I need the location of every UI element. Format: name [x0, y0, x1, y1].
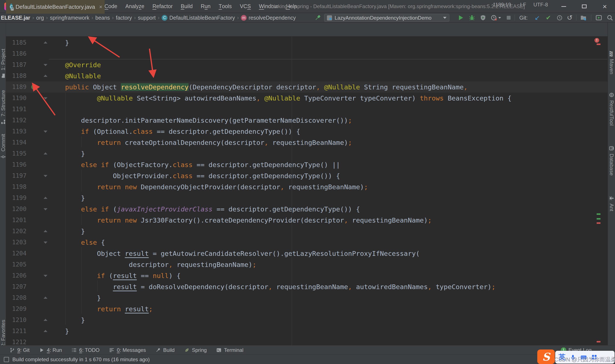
line-number[interactable]: 1186 — [6, 48, 27, 59]
toolwindow-todo-button[interactable]: 6: TODO — [71, 347, 99, 353]
encoding-indicator[interactable]: UTF-8 — [534, 0, 548, 9]
close-window-button[interactable]: × — [597, 0, 613, 13]
breadcrumb-factory[interactable]: factory — [116, 15, 132, 21]
toolwindow-terminal-button[interactable]: Terminal — [216, 347, 243, 353]
line-number[interactable]: 1191 — [6, 104, 27, 115]
run-with-coverage-button[interactable] — [480, 14, 486, 21]
search-everywhere-icon[interactable] — [606, 14, 613, 21]
update-project-icon[interactable]: ↙ — [534, 14, 541, 21]
fold-marker-up-icon[interactable] — [44, 41, 47, 43]
code-line-1206[interactable]: 1206 if (result == null) { — [6, 270, 608, 281]
fold-marker-down-icon[interactable] — [44, 97, 47, 99]
build-hammer-icon[interactable] — [314, 14, 321, 21]
fold-marker-down-icon[interactable] — [44, 208, 47, 210]
stripe-maven[interactable]: mMaven — [609, 51, 615, 74]
code-line-1204[interactable]: 1204 Object result = getAutowireCandidat… — [6, 248, 608, 259]
fold-marker-up-icon[interactable] — [44, 297, 47, 299]
code-line-1203[interactable]: 1203 else { — [6, 237, 608, 248]
stripe-ant[interactable]: Ant — [609, 195, 615, 211]
toolwindow-build-button[interactable]: Build — [155, 347, 174, 353]
error-stripe-mark[interactable] — [597, 341, 601, 342]
rollback-icon[interactable]: ↺ — [566, 14, 573, 21]
line-number[interactable]: 1206 — [6, 270, 27, 281]
code-line-1212[interactable]: 1212 — [6, 337, 608, 345]
fold-marker-down-icon[interactable] — [44, 64, 47, 66]
line-number[interactable]: 1197 — [6, 170, 27, 181]
line-number[interactable]: 1185 — [6, 37, 27, 48]
menu-vcs[interactable]: VCS — [236, 0, 255, 13]
sogou-ime-logo[interactable]: S — [537, 350, 555, 364]
history-clock-icon[interactable] — [556, 14, 563, 21]
code-line-1185[interactable]: 1185 } — [6, 37, 608, 48]
debug-button[interactable] — [468, 14, 475, 21]
line-number[interactable]: 1203 — [6, 237, 27, 248]
toolwindow-messages-button[interactable]: 0: Messages — [109, 347, 146, 353]
menu-build[interactable]: Build — [177, 0, 197, 13]
breadcrumb-resolvedependency[interactable]: mresolveDependency — [241, 15, 296, 21]
line-number[interactable]: 1193 — [6, 126, 27, 137]
fold-marker-up-icon[interactable] — [44, 197, 47, 199]
code-editor[interactable]: 1185 }11861187 @Override1188 @Nullable11… — [6, 36, 608, 345]
line-number[interactable]: 1204 — [6, 248, 27, 259]
code-line-1208[interactable]: 1208 } — [6, 292, 608, 303]
error-stripe-mark[interactable] — [597, 222, 601, 224]
commit-check-icon[interactable]: ✔ — [545, 14, 552, 21]
toolwindow-run-button[interactable]: 4: Run — [39, 347, 62, 353]
code-line-1202[interactable]: 1202 } — [6, 226, 608, 237]
line-number[interactable]: 1199 — [6, 193, 27, 204]
code-line-1189[interactable]: 1189↑ public Object resolveDependency(De… — [6, 81, 608, 93]
code-line-1201[interactable]: 1201 return new Jsr330Factory().createDe… — [6, 215, 608, 226]
fold-marker-up-icon[interactable] — [44, 319, 47, 321]
line-number[interactable]: 1212 — [6, 337, 27, 345]
menu-analyze[interactable]: Analyze — [121, 0, 148, 13]
line-number[interactable]: 1192 — [6, 115, 27, 126]
line-number[interactable]: 1208 — [6, 292, 27, 303]
breadcrumb-defaultlistablebeanfactory[interactable]: CDefaultListableBeanFactory — [162, 15, 235, 21]
code-line-1210[interactable]: 1210 } — [6, 314, 608, 325]
code-line-1197[interactable]: 1197 ObjectProvider.class == descriptor.… — [6, 170, 608, 181]
code-line-1196[interactable]: 1196 else if (ObjectFactory.class == des… — [6, 159, 608, 170]
breadcrumb-org[interactable]: org — [36, 15, 44, 21]
run-configuration-select[interactable]: LazyAnnotationDependencyInjectionDemo — [324, 14, 449, 22]
stripe-7-structure[interactable]: 7: Structure — [0, 90, 6, 125]
code-line-1190[interactable]: 1190 @Nullable Set<String> autowiredBean… — [6, 93, 608, 104]
minimize-button[interactable] — [556, 0, 571, 13]
status-message[interactable]: Build completed successfully in 1 s 670 … — [4, 357, 150, 363]
breadcrumb-springframework[interactable]: springframework — [50, 15, 90, 21]
profiler-button[interactable] — [490, 14, 497, 21]
run-anything-icon[interactable] — [595, 14, 602, 21]
code-line-1191[interactable]: 1191 — [6, 104, 608, 115]
menu-refactor[interactable]: Refactor — [148, 0, 177, 13]
tab-close-icon[interactable]: × — [99, 4, 102, 10]
fold-marker-up-icon[interactable] — [44, 330, 47, 332]
error-stripe-mark[interactable] — [597, 213, 601, 215]
line-number[interactable]: 1190 — [6, 93, 27, 104]
fold-marker-down-icon[interactable] — [44, 242, 47, 244]
code-line-1200[interactable]: 1200 else if (javaxInjectProviderClass =… — [6, 204, 608, 215]
menu-tools[interactable]: Tools — [214, 0, 236, 13]
breadcrumb-beans[interactable]: beans — [95, 15, 110, 21]
code-line-1209[interactable]: 1209 return result; — [6, 303, 608, 314]
code-line-1193[interactable]: 1193 if (Optional.class == descriptor.ge… — [6, 126, 608, 137]
fold-marker-down-icon[interactable] — [44, 130, 47, 133]
stripe-database[interactable]: Database — [609, 145, 615, 176]
line-number[interactable]: 1210 — [6, 314, 27, 325]
line-number[interactable]: 1205 — [6, 259, 27, 270]
line-number[interactable]: 1196 — [6, 159, 27, 170]
error-stripe-indicator[interactable]: ! — [594, 38, 599, 43]
toolwindow-spring-button[interactable]: Spring — [184, 347, 207, 353]
line-number[interactable]: 1209 — [6, 303, 27, 314]
code-line-1192[interactable]: 1192 descriptor.initParameterNameDiscove… — [6, 115, 608, 126]
code-line-1194[interactable]: 1194 return createOptionalDependency(des… — [6, 137, 608, 148]
stripe-restfultool[interactable]: RestfulTool — [609, 92, 615, 126]
line-number[interactable]: 1194 — [6, 137, 27, 148]
code-line-1211[interactable]: 1211 } — [6, 325, 608, 337]
breadcrumb-support[interactable]: support — [138, 15, 156, 21]
code-line-1195[interactable]: 1195 } — [6, 148, 608, 159]
menu-run[interactable]: Run — [197, 0, 214, 13]
caret-position[interactable]: 1189:19 — [493, 0, 511, 9]
line-number[interactable]: 1202 — [6, 226, 27, 237]
line-number[interactable]: 1211 — [6, 325, 27, 337]
profiler-chevron-down-icon[interactable] — [497, 14, 502, 21]
line-number[interactable]: 1188 — [6, 70, 27, 81]
